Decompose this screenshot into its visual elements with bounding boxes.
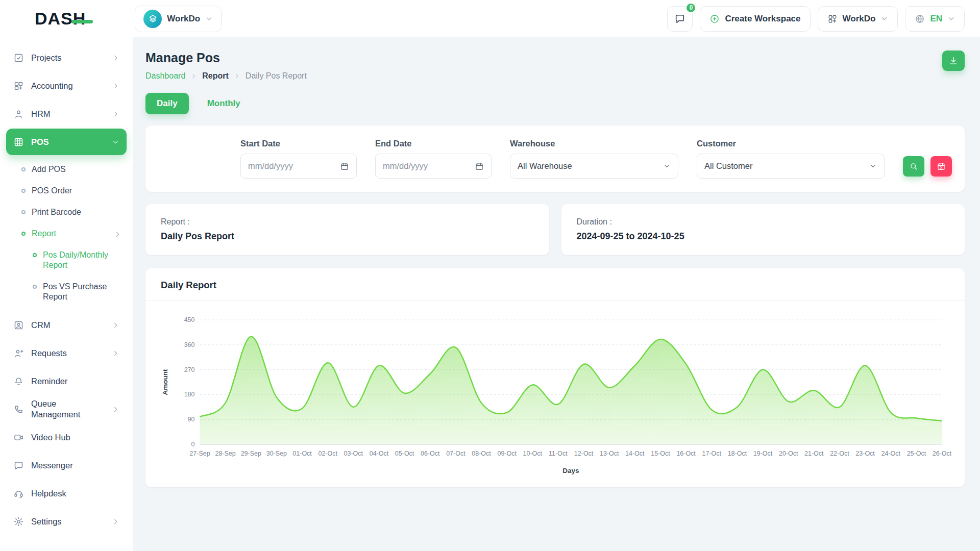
filter-actions [903,156,952,177]
filter-card: Start Date mm/dd/yyyy End Date mm/dd/yyy… [145,126,965,192]
app-logo[interactable]: DASH [35,9,86,29]
queue-management-icon [13,404,24,415]
customer-field: Customer All Customer [697,139,885,179]
svg-text:29-Sep: 29-Sep [241,450,261,457]
customer-label: Customer [697,139,885,148]
pos-icon [13,137,24,147]
breadcrumb-dashboard[interactable]: Dashboard [145,71,185,81]
plus-circle-icon [709,14,720,24]
page-title: Manage Pos [145,51,307,65]
daily-report-chart: 09018027036045027-Sep28-Sep29-Sep30-Sep0… [145,300,965,487]
sidebar-item-pos-vs-purchase-report[interactable]: Pos VS Purchase Report [6,276,127,308]
sidebar-item-requests[interactable]: Requests [6,340,127,366]
workspace-avatar [143,10,162,28]
chevron-right-icon [190,73,197,80]
chart-title: Daily Report [161,280,949,291]
requests-icon [13,348,24,359]
breadcrumb: Dashboard Report Daily Pos Report [145,71,307,81]
create-workspace-label: Create Workspace [725,14,800,24]
reminder-icon [13,376,24,387]
create-workspace-button[interactable]: Create Workspace [700,6,810,32]
sidebar-item-print-barcode[interactable]: Print Barcode [6,202,127,223]
svg-text:Days: Days [562,467,579,474]
logo-text: DASH [35,9,86,29]
messages-badge: 0 [685,3,696,13]
svg-text:Amount: Amount [161,369,169,395]
report-tabs: Daily Monthly [145,93,965,114]
svg-text:26-Oct: 26-Oct [933,450,951,457]
sidebar-item-accounting[interactable]: Accounting [6,72,127,99]
chevron-right-icon [114,231,121,238]
sidebar-item-video-hub[interactable]: Video Hub [6,424,127,450]
chevron-right-icon [112,406,119,413]
sidebar-submenu-pos: Add POSPOS OrderPrint BarcodeReportPos D… [6,157,127,312]
sidebar-item-settings[interactable]: Settings [6,508,127,535]
start-date-input[interactable]: mm/dd/yyyy [240,154,357,179]
svg-text:18-Oct: 18-Oct [728,450,747,457]
language-button[interactable]: EN [905,6,965,32]
chevron-down-icon [112,138,119,146]
chart-card-header: Daily Report [145,268,965,300]
svg-text:180: 180 [184,391,195,398]
sidebar-item-messenger[interactable]: Messenger [6,452,127,479]
svg-text:20-Oct: 20-Oct [779,450,798,457]
sidebar-item-report[interactable]: Report [6,223,127,244]
grid-icon [827,14,838,24]
tab-daily[interactable]: Daily [145,93,189,114]
chevron-down-icon [205,15,213,22]
sidebar-menu: ProjectsAccountingHRMPOSAdd POSPOS Order… [6,44,127,535]
sidebar-item-helpdesk[interactable]: Helpdesk [6,480,127,507]
main-content: Manage Pos Dashboard Report Daily Pos Re… [133,37,980,551]
svg-text:30-Sep: 30-Sep [266,450,287,457]
end-date-label: End Date [375,139,492,148]
messenger-icon [13,460,24,471]
report-summary-card: Report : Daily Pos Report [145,204,549,255]
search-button[interactable] [903,156,924,177]
reset-filter-button[interactable] [930,156,952,177]
svg-text:14-Oct: 14-Oct [625,450,645,457]
projects-icon [13,53,24,63]
sidebar-item-projects[interactable]: Projects [6,44,127,71]
warehouse-field: Warehouse All Warehouse [510,139,678,179]
svg-text:25-Oct: 25-Oct [907,450,926,457]
svg-text:360: 360 [184,341,195,348]
workspace-selector[interactable]: WorkDo [135,6,222,32]
sidebar-item-reminder[interactable]: Reminder [6,368,127,394]
svg-text:02-Oct: 02-Oct [318,450,337,457]
end-date-input[interactable]: mm/dd/yyyy [375,154,492,179]
messages-button[interactable]: 0 [667,6,693,32]
chevron-right-icon [112,321,119,329]
download-button[interactable] [942,51,965,71]
svg-text:13-Oct: 13-Oct [600,450,619,457]
duration-summary-card: Duration : 2024-09-25 to 2024-10-25 [561,204,965,255]
language-label: EN [930,14,942,24]
sidebar-item-hrm[interactable]: HRM [6,101,127,127]
bullet-icon [21,210,26,214]
svg-text:16-Oct: 16-Oct [676,450,696,457]
duration-summary-label: Duration : [577,217,950,227]
sidebar-item-add-pos[interactable]: Add POS [6,159,127,180]
account-menu-label: WorkDo [843,14,876,24]
sidebar-item-pos-order[interactable]: POS Order [6,180,127,202]
customer-select[interactable]: All Customer [697,154,885,179]
helpdesk-icon [13,488,24,499]
globe-icon [915,14,925,24]
bullet-icon [21,167,26,171]
bullet-icon [33,285,37,289]
header-actions: 0 Create Workspace WorkDo EN [667,6,965,32]
bullet-icon [21,189,26,193]
svg-text:10-Oct: 10-Oct [523,450,543,457]
warehouse-select[interactable]: All Warehouse [510,154,678,179]
sidebar-item-queue-management[interactable]: Queue Management [6,396,127,422]
chat-icon [674,13,685,24]
account-menu-button[interactable]: WorkDo [818,6,898,32]
svg-text:08-Oct: 08-Oct [472,450,491,457]
settings-icon [13,516,24,527]
sidebar-item-pos-daily-monthly-report[interactable]: Pos Daily/Monthly Report [6,244,127,276]
chevron-down-icon [880,15,888,22]
svg-text:450: 450 [184,316,195,323]
sidebar-item-pos[interactable]: POS [6,129,127,155]
sidebar-item-crm[interactable]: CRM [6,312,127,338]
tab-monthly[interactable]: Monthly [196,93,252,114]
svg-text:270: 270 [184,366,195,373]
